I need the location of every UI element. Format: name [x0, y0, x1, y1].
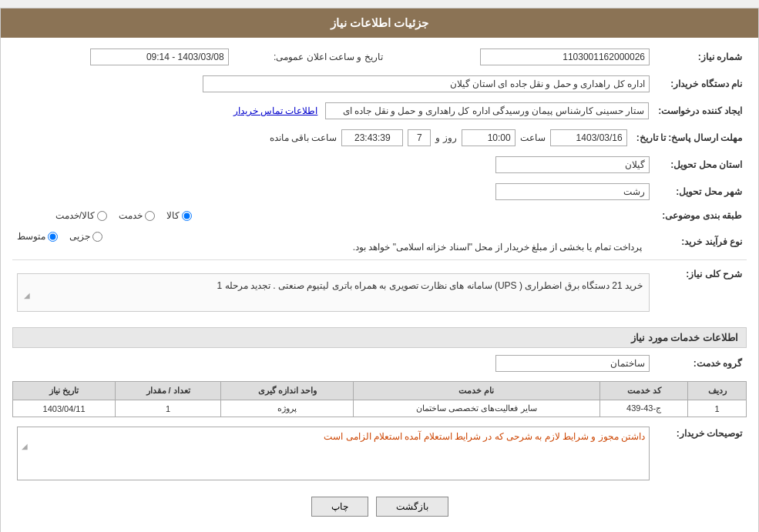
- delivery-city-value: رشت: [47, 180, 654, 203]
- process-row: نوع فرآیند خرید: متوسط جزیی پرداخت ت: [12, 228, 747, 256]
- action-buttons: بازگشت چاپ: [12, 487, 747, 526]
- category-option-khedmat: خدمت: [119, 210, 155, 221]
- needs-description-value: خرید 21 دستگاه برق اضطراری ( UPS) سامانه…: [12, 264, 654, 321]
- announce-datetime-label: تاریخ و ساعت اعلان عمومی:: [233, 45, 388, 69]
- province-row: استان محل تحویل: گیلان: [12, 153, 747, 176]
- service-group-value: ساختمان: [12, 352, 654, 375]
- process-motavasset-radio[interactable]: [48, 232, 58, 242]
- creator-value: ستار حسینی کارشناس پیمان ورسیدگی اداره ک…: [12, 99, 653, 122]
- delivery-province-label: استان محل تحویل:: [654, 153, 747, 176]
- deadline-days-display: 7: [408, 129, 431, 146]
- category-kala-radio[interactable]: [182, 211, 192, 221]
- process-option-jozii: جزیی: [69, 231, 102, 242]
- deadline-date-display: 1403/03/16: [550, 129, 627, 146]
- category-option-kala: کالا: [166, 210, 192, 221]
- deadline-time-display: 10:00: [462, 129, 516, 146]
- service-group-row: گروه خدمت: ساختمان: [12, 352, 747, 375]
- cell-date: 1403/04/11: [13, 400, 116, 417]
- separator-1: [12, 259, 747, 260]
- province-display: گیلان: [495, 156, 650, 173]
- col-count: تعداد / مقدار: [116, 382, 221, 400]
- request-number-row: شماره نیاز: 1103001162000026 تاریخ و ساع…: [12, 45, 747, 69]
- resize-handle-notes: ◢: [22, 442, 645, 450]
- content-area: شماره نیاز: 1103001162000026 تاریخ و ساع…: [1, 38, 758, 532]
- col-row-num: ردیف: [688, 382, 747, 400]
- services-table: ردیف کد خدمت نام خدمت واحد اندازه گیری ت…: [12, 381, 747, 417]
- cell-service-code: ج-43-439: [599, 400, 687, 417]
- deadline-remaining-label: ساعت باقی مانده: [270, 132, 338, 143]
- category-row: طبقه بندی موضوعی: کالا/خدمت خدمت کالا: [12, 207, 747, 224]
- category-label: طبقه بندی موضوعی:: [654, 207, 747, 224]
- process-option-motavasset: متوسط: [17, 231, 58, 242]
- city-display: رشت: [495, 183, 650, 200]
- buyer-notes-label: توصیحات خریدار:: [654, 423, 747, 483]
- deadline-time-label: ساعت: [520, 132, 546, 143]
- category-khedmat-label: خدمت: [119, 210, 143, 221]
- page-title: جزئیات اطلاعات نیاز: [331, 16, 428, 29]
- needs-description-text: خرید 21 دستگاه برق اضطراری ( UPS) سامانه…: [217, 280, 643, 291]
- category-value: کالا/خدمت خدمت کالا: [51, 207, 654, 224]
- request-number-label: شماره نیاز:: [654, 45, 747, 69]
- process-value: متوسط جزیی پرداخت تمام یا بخشی از مبلغ خ…: [12, 228, 654, 256]
- buyer-notes-box: داشتن مجوز و شرایط لازم به شرحی که در شر…: [17, 427, 650, 480]
- services-section-header: اطلاعات خدمات مورد نیاز: [12, 327, 747, 348]
- buyer-org-label: نام دستگاه خریدار:: [654, 72, 747, 95]
- category-kala-khedmat-radio[interactable]: [97, 211, 107, 221]
- needs-description-box: خرید 21 دستگاه برق اضطراری ( UPS) سامانه…: [17, 273, 650, 312]
- send-deadline-value: 1403/03/16 ساعت 10:00 روز و 7 23:43:39 س…: [12, 126, 632, 149]
- creator-link[interactable]: اطلاعات تماس خریدار: [233, 105, 318, 116]
- delivery-province-value: گیلان: [47, 153, 654, 176]
- col-service-code: کد خدمت: [599, 382, 687, 400]
- category-option-kala-khedmat: کالا/خدمت: [55, 210, 107, 221]
- buyer-org-value: اداره کل راهداری و حمل و نقل جاده ای است…: [12, 72, 654, 95]
- print-button[interactable]: چاپ: [311, 497, 368, 517]
- process-jozii-label: جزیی: [69, 231, 90, 242]
- page-header: جزئیات اطلاعات نیاز: [1, 8, 758, 38]
- page-container: جزئیات اطلاعات نیاز شماره نیاز: 11030011…: [0, 8, 759, 532]
- deadline-days-label: روز و: [435, 132, 456, 143]
- deadline-remaining-display: 23:43:39: [341, 129, 403, 146]
- category-radio-group: کالا/خدمت خدمت کالا: [55, 210, 650, 221]
- process-motavasset-label: متوسط: [17, 231, 45, 242]
- buyer-notes-value: داشتن مجوز و شرایط لازم به شرحی که در شر…: [12, 423, 654, 483]
- cell-row-num: 1: [688, 400, 747, 417]
- category-kala-label: کالا: [166, 210, 180, 221]
- announce-datetime-value: 1403/03/08 - 09:14: [12, 45, 233, 69]
- process-note: پرداخت تمام یا بخشی از مبلغ خریدار از مح…: [353, 242, 642, 253]
- buyer-org-display: اداره کل راهداری و حمل و نقل جاده ای است…: [203, 75, 650, 92]
- needs-description-label: شرح کلی نیاز:: [654, 264, 747, 321]
- cell-unit: پروژه: [221, 400, 354, 417]
- city-row: شهر محل تحویل: رشت: [12, 180, 747, 203]
- buyer-notes-section: توصیحات خریدار: داشتن مجوز و شرایط لازم …: [12, 423, 747, 483]
- buyer-org-row: نام دستگاه خریدار: اداره کل راهداری و حم…: [12, 72, 747, 95]
- send-deadline-label: مهلت ارسال پاسخ: تا تاریخ:: [632, 126, 747, 149]
- announce-date-display: 1403/03/08 - 09:14: [90, 49, 229, 65]
- deadline-row: مهلت ارسال پاسخ: تا تاریخ: 1403/03/16 سا…: [12, 126, 747, 149]
- col-date: تاریخ نیاز: [13, 382, 116, 400]
- col-unit: واحد اندازه گیری: [221, 382, 354, 400]
- cell-service-name: سایر فعالیت‌های تخصصی ساختمان: [354, 400, 600, 417]
- resize-handle-needs: ◢: [24, 291, 643, 299]
- services-table-body: 1 ج-43-439 سایر فعالیت‌های تخصصی ساختمان…: [13, 400, 747, 417]
- services-section-label: اطلاعات خدمات مورد نیاز: [631, 332, 738, 343]
- process-radio-group: متوسط جزیی: [17, 231, 650, 242]
- table-row: 1 ج-43-439 سایر فعالیت‌های تخصصی ساختمان…: [13, 400, 747, 417]
- category-kala-khedmat-label: کالا/خدمت: [55, 210, 95, 221]
- service-group-display: ساختمان: [495, 355, 650, 372]
- cell-count: 1: [116, 400, 221, 417]
- services-table-header: ردیف کد خدمت نام خدمت واحد اندازه گیری ت…: [13, 382, 747, 400]
- request-number-display: 1103001162000026: [480, 49, 650, 65]
- buyer-notes-text: داشتن مجوز و شرایط لازم به شرحی که در شر…: [324, 431, 645, 442]
- category-khedmat-radio[interactable]: [145, 211, 155, 221]
- service-group-label: گروه خدمت:: [654, 352, 747, 375]
- creator-row: ایجاد کننده درخواست: ستار حسینی کارشناس …: [12, 99, 747, 122]
- col-service-name: نام خدمت: [354, 382, 600, 400]
- request-number-value: 1103001162000026: [388, 45, 654, 69]
- process-jozii-radio[interactable]: [92, 232, 102, 242]
- back-button[interactable]: بازگشت: [376, 497, 448, 517]
- process-label: نوع فرآیند خرید:: [654, 228, 747, 256]
- delivery-city-label: شهر محل تحویل:: [654, 180, 747, 203]
- needs-description-section: شرح کلی نیاز: خرید 21 دستگاه برق اضطراری…: [12, 264, 747, 321]
- creator-display: ستار حسینی کارشناس پیمان ورسیدگی اداره ک…: [325, 102, 649, 119]
- creator-label: ایجاد کننده درخواست:: [653, 99, 747, 122]
